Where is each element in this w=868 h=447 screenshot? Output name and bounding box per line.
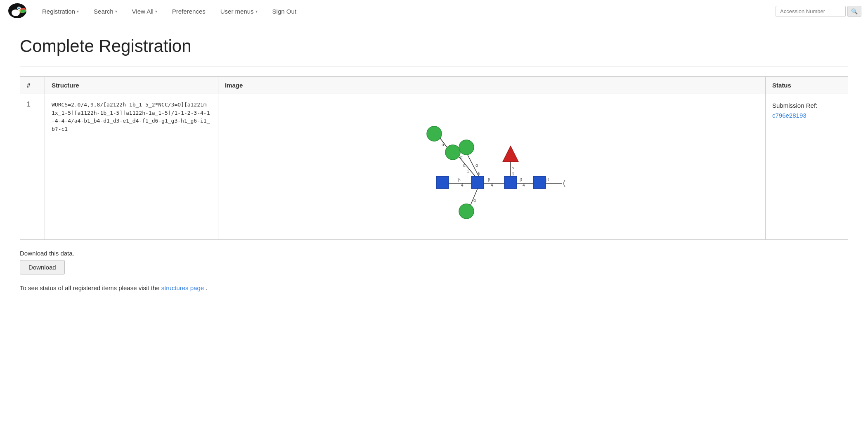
table-header-row: # Structure Image Status	[20, 77, 848, 94]
svg-text:α: α	[475, 163, 478, 168]
svg-text:4: 4	[491, 183, 493, 187]
col-header-structure: Structure	[45, 77, 218, 94]
col-header-status: Status	[766, 77, 848, 94]
svg-text:6: 6	[478, 171, 480, 176]
navbar: Registration ▾ Search ▾ View All ▾ Prefe…	[0, 0, 868, 23]
svg-text:β: β	[488, 177, 490, 182]
green-circle-1	[427, 126, 442, 141]
nav-sign-out[interactable]: Sign Out	[265, 0, 304, 23]
blue-square-3	[504, 176, 517, 189]
svg-text:4: 4	[523, 183, 525, 187]
status-label: Submission Ref:	[772, 102, 817, 109]
svg-point-7	[12, 9, 20, 16]
viewall-chevron-icon: ▾	[155, 9, 157, 14]
nav-registration[interactable]: Registration ▾	[35, 0, 86, 23]
col-header-image: Image	[218, 77, 766, 94]
blue-square-1	[436, 176, 449, 189]
registration-chevron-icon: ▾	[77, 9, 79, 14]
svg-point-3	[20, 9, 26, 13]
blue-square-4	[533, 176, 546, 189]
download-label: Download this data.	[20, 250, 848, 257]
svg-text:α: α	[460, 155, 463, 159]
svg-text:α: α	[442, 142, 444, 147]
download-section: Download this data. Download	[20, 250, 848, 274]
svg-text:β: β	[546, 177, 549, 182]
download-button[interactable]: Download	[20, 260, 65, 274]
green-circle-4	[459, 204, 474, 219]
row-num: 1	[20, 94, 45, 240]
page-title: Complete Registration	[20, 36, 848, 56]
accession-number-input[interactable]	[776, 6, 846, 17]
svg-text:?: ?	[512, 166, 514, 171]
svg-point-6	[19, 8, 19, 9]
row-image: β 4 β 4 β 4 β α 3 α 6 α	[218, 94, 766, 240]
svg-text:(: (	[563, 179, 565, 187]
main-content: Complete Registration # Structure Image …	[0, 23, 868, 447]
search-chevron-icon: ▾	[115, 9, 117, 14]
green-circle-2	[445, 145, 460, 160]
col-header-num: #	[20, 77, 45, 94]
footer-note: To see status of all registered items pl…	[20, 284, 848, 291]
nav-search[interactable]: Search ▾	[86, 0, 125, 23]
svg-text:α: α	[473, 198, 476, 203]
registration-table: # Structure Image Status 1 WURCS=2.0/4,9…	[20, 76, 848, 240]
svg-text:α: α	[463, 163, 466, 168]
accession-search: 🔍	[776, 6, 861, 17]
nav-user-menus[interactable]: User menus ▾	[213, 0, 265, 23]
table-row: 1 WURCS=2.0/4,9,8/[a2122h-1b_1-5_2*NCC/3…	[20, 94, 848, 240]
footer-text-after: .	[206, 284, 207, 291]
submission-ref-link[interactable]: c796e28193	[772, 112, 807, 119]
nav-preferences[interactable]: Preferences	[165, 0, 213, 23]
row-status: Submission Ref: c796e28193	[766, 94, 848, 240]
svg-text:?: ?	[512, 172, 514, 177]
nav-view-all[interactable]: View All ▾	[125, 0, 165, 23]
footer-text-before: To see status of all registered items pl…	[20, 284, 161, 291]
red-triangle	[503, 146, 518, 162]
svg-text:3: 3	[467, 169, 470, 174]
navbar-nav: Registration ▾ Search ▾ View All ▾ Prefe…	[35, 0, 776, 23]
structures-page-link[interactable]: structures page	[161, 284, 204, 291]
green-circle-3	[459, 140, 474, 155]
search-button[interactable]: 🔍	[847, 6, 861, 17]
usermenus-chevron-icon: ▾	[255, 9, 258, 14]
row-structure: WURCS=2.0/4,9,8/[a2122h-1b_1-5_2*NCC/3=O…	[45, 94, 218, 240]
svg-text:β: β	[458, 177, 461, 182]
svg-text:4: 4	[461, 183, 464, 187]
blue-square-2	[471, 176, 484, 189]
divider	[20, 66, 848, 66]
svg-text:β: β	[520, 177, 522, 182]
glycan-diagram: β 4 β 4 β 4 β α 3 α 6 α	[225, 101, 759, 233]
logo[interactable]	[7, 2, 35, 21]
